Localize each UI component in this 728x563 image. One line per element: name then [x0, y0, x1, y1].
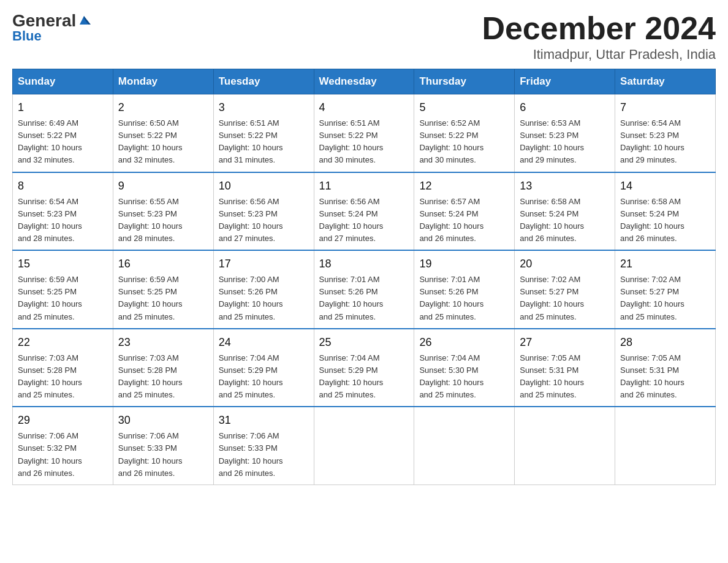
calendar-cell: 2 Sunrise: 6:50 AMSunset: 5:22 PMDayligh… [113, 94, 213, 172]
calendar-cell: 15 Sunrise: 6:59 AMSunset: 5:25 PMDaylig… [13, 250, 113, 329]
calendar-cell: 12 Sunrise: 6:57 AMSunset: 5:24 PMDaylig… [414, 172, 515, 251]
calendar-cell: 5 Sunrise: 6:52 AMSunset: 5:22 PMDayligh… [414, 94, 515, 172]
day-info: Sunrise: 7:01 AMSunset: 5:26 PMDaylight:… [319, 274, 409, 323]
day-number: 7 [620, 99, 710, 116]
day-info: Sunrise: 7:06 AMSunset: 5:33 PMDaylight:… [118, 430, 208, 480]
day-info: Sunrise: 7:00 AMSunset: 5:26 PMDaylight:… [219, 274, 309, 323]
day-info: Sunrise: 6:56 AMSunset: 5:23 PMDaylight:… [219, 196, 309, 245]
day-number: 9 [118, 178, 208, 194]
day-info: Sunrise: 6:51 AMSunset: 5:22 PMDaylight:… [319, 117, 409, 167]
calendar-week-row: 29 Sunrise: 7:06 AMSunset: 5:32 PMDaylig… [13, 407, 716, 484]
day-number: 17 [219, 256, 309, 272]
calendar-cell: 28 Sunrise: 7:05 AMSunset: 5:31 PMDaylig… [615, 329, 716, 407]
logo-blue: Blue [12, 28, 42, 44]
calendar-cell: 19 Sunrise: 7:01 AMSunset: 5:26 PMDaylig… [414, 250, 515, 329]
day-number: 22 [18, 334, 108, 351]
logo-triangle-icon [77, 13, 91, 27]
day-info: Sunrise: 6:49 AMSunset: 5:22 PMDaylight:… [18, 117, 108, 167]
calendar-cell: 31 Sunrise: 7:06 AMSunset: 5:33 PMDaylig… [213, 407, 314, 484]
day-info: Sunrise: 6:56 AMSunset: 5:24 PMDaylight:… [319, 196, 409, 245]
weekday-header-wednesday: Wednesday [314, 69, 414, 94]
logo: General Blue [12, 12, 91, 44]
logo-general: General [12, 12, 76, 29]
calendar-cell [615, 407, 716, 484]
calendar-cell: 1 Sunrise: 6:49 AMSunset: 5:22 PMDayligh… [13, 94, 113, 172]
weekday-header-tuesday: Tuesday [213, 69, 314, 94]
day-number: 15 [18, 256, 108, 272]
calendar-week-row: 22 Sunrise: 7:03 AMSunset: 5:28 PMDaylig… [13, 329, 716, 407]
day-number: 20 [520, 256, 610, 272]
day-number: 23 [118, 334, 208, 351]
weekday-header-friday: Friday [515, 69, 615, 94]
weekday-header-row: SundayMondayTuesdayWednesdayThursdayFrid… [13, 69, 716, 94]
calendar-cell: 18 Sunrise: 7:01 AMSunset: 5:26 PMDaylig… [314, 250, 414, 329]
title-block: December 2024 Itimadpur, Uttar Pradesh, … [482, 12, 716, 63]
day-info: Sunrise: 7:01 AMSunset: 5:26 PMDaylight:… [419, 274, 509, 323]
calendar-cell [414, 407, 515, 484]
day-info: Sunrise: 7:04 AMSunset: 5:29 PMDaylight:… [219, 352, 309, 402]
day-info: Sunrise: 7:05 AMSunset: 5:31 PMDaylight:… [520, 352, 610, 402]
day-number: 4 [319, 99, 409, 116]
day-info: Sunrise: 7:02 AMSunset: 5:27 PMDaylight:… [620, 274, 710, 323]
day-info: Sunrise: 6:58 AMSunset: 5:24 PMDaylight:… [520, 196, 610, 245]
day-info: Sunrise: 7:03 AMSunset: 5:28 PMDaylight:… [118, 352, 208, 402]
day-info: Sunrise: 7:04 AMSunset: 5:30 PMDaylight:… [419, 352, 509, 402]
calendar-cell: 13 Sunrise: 6:58 AMSunset: 5:24 PMDaylig… [515, 172, 615, 251]
day-number: 27 [520, 334, 610, 351]
calendar-cell: 16 Sunrise: 6:59 AMSunset: 5:25 PMDaylig… [113, 250, 213, 329]
day-info: Sunrise: 6:50 AMSunset: 5:22 PMDaylight:… [118, 117, 208, 167]
day-number: 2 [118, 99, 208, 116]
calendar-cell: 4 Sunrise: 6:51 AMSunset: 5:22 PMDayligh… [314, 94, 414, 172]
calendar-cell: 24 Sunrise: 7:04 AMSunset: 5:29 PMDaylig… [213, 329, 314, 407]
calendar-week-row: 8 Sunrise: 6:54 AMSunset: 5:23 PMDayligh… [13, 172, 716, 251]
day-info: Sunrise: 6:53 AMSunset: 5:23 PMDaylight:… [520, 117, 610, 167]
day-number: 6 [520, 99, 610, 116]
day-number: 1 [18, 99, 108, 116]
calendar-cell: 21 Sunrise: 7:02 AMSunset: 5:27 PMDaylig… [615, 250, 716, 329]
calendar-cell: 23 Sunrise: 7:03 AMSunset: 5:28 PMDaylig… [113, 329, 213, 407]
day-number: 8 [18, 178, 108, 194]
day-info: Sunrise: 6:59 AMSunset: 5:25 PMDaylight:… [118, 274, 208, 323]
day-info: Sunrise: 7:02 AMSunset: 5:27 PMDaylight:… [520, 274, 610, 323]
calendar-cell: 26 Sunrise: 7:04 AMSunset: 5:30 PMDaylig… [414, 329, 515, 407]
day-info: Sunrise: 6:52 AMSunset: 5:22 PMDaylight:… [419, 117, 509, 167]
day-info: Sunrise: 7:04 AMSunset: 5:29 PMDaylight:… [319, 352, 409, 402]
calendar-cell [515, 407, 615, 484]
day-number: 31 [219, 412, 309, 429]
calendar-cell: 30 Sunrise: 7:06 AMSunset: 5:33 PMDaylig… [113, 407, 213, 484]
month-title: December 2024 [482, 12, 716, 44]
day-info: Sunrise: 6:55 AMSunset: 5:23 PMDaylight:… [118, 196, 208, 245]
day-number: 3 [219, 99, 309, 116]
day-number: 29 [18, 412, 108, 429]
day-info: Sunrise: 7:05 AMSunset: 5:31 PMDaylight:… [620, 352, 710, 402]
day-number: 18 [319, 256, 409, 272]
day-info: Sunrise: 6:57 AMSunset: 5:24 PMDaylight:… [419, 196, 509, 245]
weekday-header-sunday: Sunday [13, 69, 113, 94]
calendar-cell: 9 Sunrise: 6:55 AMSunset: 5:23 PMDayligh… [113, 172, 213, 251]
day-number: 19 [419, 256, 509, 272]
calendar-cell: 17 Sunrise: 7:00 AMSunset: 5:26 PMDaylig… [213, 250, 314, 329]
day-info: Sunrise: 7:06 AMSunset: 5:32 PMDaylight:… [18, 430, 108, 480]
day-info: Sunrise: 6:59 AMSunset: 5:25 PMDaylight:… [18, 274, 108, 323]
day-info: Sunrise: 7:06 AMSunset: 5:33 PMDaylight:… [219, 430, 309, 480]
day-number: 21 [620, 256, 710, 272]
calendar-week-row: 15 Sunrise: 6:59 AMSunset: 5:25 PMDaylig… [13, 250, 716, 329]
calendar-table: SundayMondayTuesdayWednesdayThursdayFrid… [12, 69, 716, 485]
calendar-cell: 11 Sunrise: 6:56 AMSunset: 5:24 PMDaylig… [314, 172, 414, 251]
calendar-cell: 20 Sunrise: 7:02 AMSunset: 5:27 PMDaylig… [515, 250, 615, 329]
day-number: 26 [419, 334, 509, 351]
day-number: 11 [319, 178, 409, 194]
calendar-cell: 7 Sunrise: 6:54 AMSunset: 5:23 PMDayligh… [615, 94, 716, 172]
weekday-header-thursday: Thursday [414, 69, 515, 94]
location-title: Itimadpur, Uttar Pradesh, India [482, 47, 716, 63]
weekday-header-saturday: Saturday [615, 69, 716, 94]
day-info: Sunrise: 6:54 AMSunset: 5:23 PMDaylight:… [620, 117, 710, 167]
calendar-week-row: 1 Sunrise: 6:49 AMSunset: 5:22 PMDayligh… [13, 94, 716, 172]
day-number: 16 [118, 256, 208, 272]
calendar-cell: 8 Sunrise: 6:54 AMSunset: 5:23 PMDayligh… [13, 172, 113, 251]
weekday-header-monday: Monday [113, 69, 213, 94]
calendar-cell: 29 Sunrise: 7:06 AMSunset: 5:32 PMDaylig… [13, 407, 113, 484]
day-number: 13 [520, 178, 610, 194]
day-number: 30 [118, 412, 208, 429]
calendar-cell: 14 Sunrise: 6:58 AMSunset: 5:24 PMDaylig… [615, 172, 716, 251]
